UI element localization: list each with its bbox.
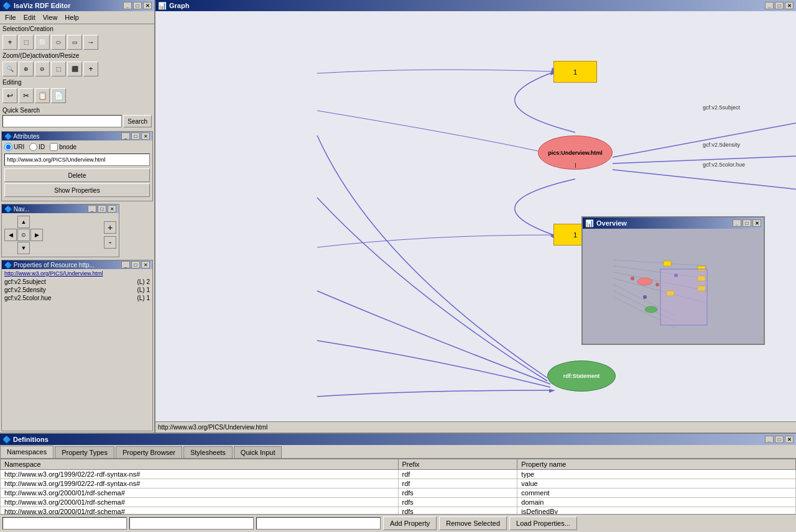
edge-label-subject: gcf:v2.5subject [703, 104, 740, 111]
nav-center-btn[interactable]: ⊙ [17, 229, 30, 241]
zoom-select-btn[interactable]: ⬚ [51, 62, 66, 76]
overview-maximize-btn[interactable]: □ [743, 219, 751, 227]
isaviz-minimize-btn[interactable]: _ [123, 2, 132, 9]
prop-row-1: gcf:v2.5density (L) 1 [4, 286, 150, 294]
attr-close-btn[interactable]: ✕ [141, 132, 150, 140]
isaviz-maximize-btn[interactable]: □ [133, 2, 142, 9]
def-close-btn[interactable]: ✕ [785, 436, 794, 443]
def-footer: Add Property Remove Selected Load Proper… [0, 514, 796, 532]
rect-btn[interactable]: ▭ [67, 35, 82, 50]
load-properties-button[interactable]: Load Properties... [509, 516, 577, 530]
zoom-search-btn[interactable]: 🔍 [2, 62, 17, 76]
def-win-controls[interactable]: _ □ ✕ [765, 436, 794, 443]
radio-uri-label[interactable]: URI [4, 143, 24, 151]
def-maximize-btn[interactable]: □ [775, 436, 784, 443]
menu-file[interactable]: File [1, 12, 20, 22]
overview-canvas[interactable] [583, 229, 764, 344]
def-minimize-btn[interactable]: _ [765, 436, 774, 443]
nav-minimize-btn[interactable]: _ [88, 205, 96, 213]
attr-maximize-btn[interactable]: □ [131, 132, 140, 140]
tab-property-browser[interactable]: Property Browser [116, 446, 182, 458]
select-lasso-btn[interactable]: ⬜ [35, 35, 50, 50]
definitions-panel: 🔷 Definitions _ □ ✕ Namespaces Property … [0, 433, 796, 532]
nav-down-btn[interactable]: ▼ [17, 242, 30, 254]
node-rect-1[interactable]: 1 [553, 61, 597, 83]
def-property-4: isDefinedBy [517, 507, 796, 515]
select-rect-btn[interactable]: ⬚ [19, 35, 34, 50]
menu-view[interactable]: View [39, 12, 62, 22]
graph-maximize-btn[interactable]: □ [775, 2, 784, 9]
zoom-fit-btn[interactable]: ⬛ [67, 62, 82, 76]
isaviz-title-left: 🔷 IsaViz RDF Editor [2, 2, 70, 10]
zoom-out-btn[interactable]: ⊖ [35, 62, 50, 76]
nav-up-btn[interactable]: ▲ [17, 216, 30, 228]
bnode-checkbox[interactable] [50, 143, 58, 151]
nav-left-btn[interactable]: ◀ [4, 229, 17, 241]
prop-val-1: (L) 1 [137, 287, 150, 293]
zoom-plus-btn[interactable]: + [83, 62, 98, 76]
editing-label: Editing [0, 78, 154, 87]
search-input[interactable] [2, 115, 122, 127]
ellipse-btn[interactable]: ⬭ [51, 35, 66, 50]
paste-btn[interactable]: 📄 [51, 88, 66, 103]
overview-title-left: 📊 Overview [585, 219, 627, 227]
show-properties-button[interactable]: Show Properties [4, 183, 150, 197]
def-prefix-3: rdfs [398, 498, 517, 507]
radio-id-label[interactable]: ID [29, 143, 45, 151]
def-footer-input-1[interactable] [2, 517, 127, 530]
nav-maximize-btn[interactable]: □ [98, 205, 106, 213]
def-prefix-4: rdfs [398, 507, 517, 515]
isaviz-close-btn[interactable]: ✕ [143, 2, 152, 9]
graph-area[interactable]: 📊 Graph _ □ ✕ [155, 0, 796, 433]
props-maximize-btn[interactable]: □ [131, 261, 140, 268]
overview-close-btn[interactable]: ✕ [752, 219, 761, 227]
zoom-in-nav-btn[interactable]: + [104, 221, 116, 234]
node-statement-ellipse[interactable]: rdf:Statement [547, 360, 616, 392]
radio-uri[interactable] [4, 143, 12, 151]
selection-toolbar: + ⬚ ⬜ ⬭ ▭ → [0, 34, 154, 51]
prop-key-2: gcf:v2.5color.hue [4, 295, 52, 301]
attr-minimize-btn[interactable]: _ [121, 132, 130, 140]
nav-close-btn[interactable]: ✕ [108, 205, 116, 213]
props-url[interactable]: http://www.w3.org/PICS/Underview.html [2, 269, 152, 278]
uri-input[interactable]: http://www.w3.org/PICS/Underview.html [4, 154, 150, 166]
def-property-3: domain [517, 498, 796, 507]
graph-icon: 📊 [158, 2, 167, 10]
zoom-out-nav-btn[interactable]: - [104, 236, 116, 249]
menu-edit[interactable]: Edit [20, 12, 39, 22]
props-close-btn[interactable]: ✕ [141, 261, 150, 268]
overview-win-controls[interactable]: _ □ ✕ [733, 219, 761, 227]
def-footer-input-3[interactable] [256, 517, 381, 530]
add-btn[interactable]: + [2, 35, 17, 50]
node-main-ellipse[interactable]: pics:Underview.html [538, 135, 613, 170]
tab-stylesheets[interactable]: Stylesheets [183, 446, 233, 458]
nav-right-btn[interactable]: ▶ [30, 229, 43, 241]
menu-help[interactable]: Help [61, 12, 83, 22]
tab-quick-input[interactable]: Quick Input [234, 446, 282, 458]
delete-button[interactable]: Delete [4, 168, 150, 182]
graph-canvas[interactable]: 1 pics:Underview.html 2 1 [155, 11, 796, 433]
tab-property-types[interactable]: Property Types [55, 446, 114, 458]
search-button[interactable]: Search [123, 115, 152, 127]
zoom-in-btn[interactable]: ⊕ [19, 62, 34, 76]
props-win-controls[interactable]: _ □ ✕ [121, 261, 150, 268]
undo-btn[interactable]: ↩ [2, 88, 17, 103]
radio-id[interactable] [29, 143, 37, 151]
arrow-btn[interactable]: → [83, 35, 98, 50]
remove-selected-button[interactable]: Remove Selected [439, 516, 507, 530]
copy-btn[interactable]: 📋 [35, 88, 50, 103]
def-footer-input-2[interactable] [129, 517, 254, 530]
props-minimize-btn[interactable]: _ [121, 261, 130, 268]
graph-close-btn[interactable]: ✕ [785, 2, 794, 9]
graph-win-controls[interactable]: _ □ ✕ [765, 2, 794, 9]
graph-minimize-btn[interactable]: _ [765, 2, 774, 9]
overview-minimize-btn[interactable]: _ [733, 219, 741, 227]
nav-win-controls[interactable]: _ □ ✕ [88, 205, 116, 213]
def-namespace-2: http://www.w3.org/2000/01/rdf-schema# [1, 488, 399, 498]
bnode-label[interactable]: bnode [50, 143, 76, 151]
tab-namespaces[interactable]: Namespaces [0, 446, 53, 458]
cut-btn[interactable]: ✂ [19, 88, 34, 103]
add-property-button[interactable]: Add Property [383, 516, 437, 530]
attr-win-controls[interactable]: _ □ ✕ [121, 132, 150, 140]
isaviz-win-controls[interactable]: _ □ ✕ [123, 2, 152, 9]
